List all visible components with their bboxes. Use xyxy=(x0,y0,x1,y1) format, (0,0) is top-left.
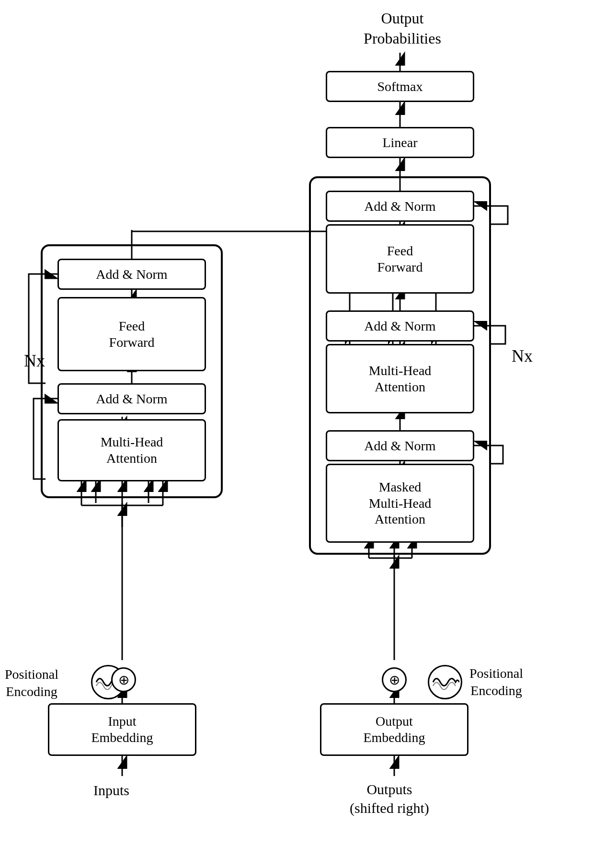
enc-add-norm-1-label: Add & Norm xyxy=(96,391,167,407)
enc-mha-label: Multi-Head Attention xyxy=(101,434,163,466)
dec-masked-mha-box: Masked Multi-Head Attention xyxy=(326,464,474,543)
output-embedding-box: Output Embedding xyxy=(320,703,468,756)
softmax-label: Softmax xyxy=(377,79,423,95)
enc-plus-icon: ⊕ xyxy=(118,672,129,688)
dec-plus-icon: ⊕ xyxy=(389,672,400,688)
dec-add-norm-1-label: Add & Norm xyxy=(364,438,435,454)
output-embedding-label: Output Embedding xyxy=(363,713,425,745)
dec-add-norm-2-box: Add & Norm xyxy=(326,310,474,342)
dec-positional-encoding-label: Positional Encoding xyxy=(469,665,523,700)
dec-positional-encoding-circle xyxy=(428,665,462,699)
linear-box: Linear xyxy=(326,127,474,158)
dec-masked-mha-label: Masked Multi-Head Attention xyxy=(369,479,432,527)
inputs-label: Inputs xyxy=(93,781,129,799)
enc-add-norm-2-box: Add & Norm xyxy=(57,259,206,290)
outputs-label: Outputs (shifted right) xyxy=(350,780,429,817)
input-embedding-box: Input Embedding xyxy=(48,703,196,756)
dec-add-norm-3-box: Add & Norm xyxy=(326,191,474,222)
dec-feed-forward-label: Feed Forward xyxy=(377,243,423,275)
enc-multi-head-attention-box: Multi-Head Attention xyxy=(57,419,206,481)
dec-add-norm-3-label: Add & Norm xyxy=(364,198,435,215)
dec-mha-label: Multi-Head Attention xyxy=(369,363,432,395)
dec-add-norm-1-box: Add & Norm xyxy=(326,430,474,461)
enc-positional-encoding-label: Positional Encoding xyxy=(5,666,58,701)
linear-label: Linear xyxy=(382,135,417,151)
enc-add-norm-2-label: Add & Norm xyxy=(96,266,167,283)
dec-multi-head-attention-box: Multi-Head Attention xyxy=(326,344,474,413)
decoder-nx-label: Nx xyxy=(512,345,533,367)
enc-add-norm-1-box: Add & Norm xyxy=(57,383,206,414)
encoder-nx-label: Nx xyxy=(24,350,45,372)
enc-feed-forward-label: Feed Forward xyxy=(109,318,155,350)
input-embedding-label: Input Embedding xyxy=(91,713,153,745)
dec-add-norm-2-label: Add & Norm xyxy=(364,318,435,334)
enc-plus-circle: ⊕ xyxy=(111,667,136,692)
dec-plus-circle: ⊕ xyxy=(382,667,407,692)
output-probabilities-label: Output Probabilities xyxy=(295,9,510,48)
dec-pe-wave-icon xyxy=(431,668,459,697)
softmax-box: Softmax xyxy=(326,71,474,102)
enc-feed-forward-box: Feed Forward xyxy=(57,297,206,371)
dec-feed-forward-box: Feed Forward xyxy=(326,224,474,294)
transformer-diagram: Output Probabilities Softmax Linear Add … xyxy=(0,0,594,868)
